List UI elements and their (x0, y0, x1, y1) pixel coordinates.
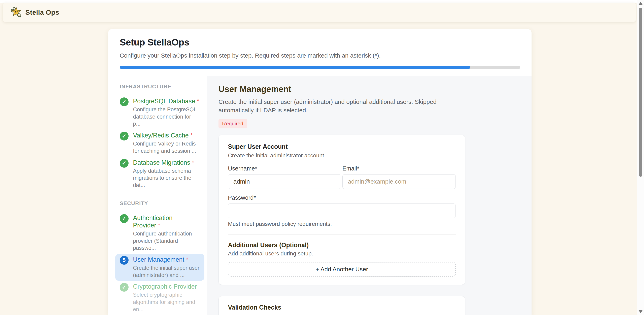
page-title: Setup StellaOps (120, 37, 520, 48)
super-user-card-subtitle: Create the initial administrator account… (228, 152, 456, 159)
add-another-user-button[interactable]: + Add Another User (228, 262, 456, 276)
additional-users-section: Additional Users (Optional) Add addition… (228, 241, 456, 276)
sidebar-item-authentication-provider[interactable]: ✓ Authentication Provider* Configure aut… (115, 212, 204, 254)
email-label: Email* (342, 165, 456, 172)
step-title: Authentication Provider (133, 214, 172, 229)
required-asterisk: * (192, 159, 194, 166)
required-badge: Required (218, 119, 247, 128)
step-number-badge: 5 (120, 256, 128, 265)
super-user-account-card: Super User Account Create the initial ad… (218, 135, 465, 285)
card-divider (228, 234, 456, 235)
step-heading: User Management (218, 84, 532, 94)
topbar: Stella Ops (3, 3, 636, 22)
step-done-check-icon: ✓ (120, 283, 128, 292)
additional-users-subtitle: Add additional users during setup. (228, 250, 456, 257)
sidebar-item-user-management[interactable]: 5 User Management* Create the initial su… (115, 254, 204, 281)
step-title: Database Migrations (133, 159, 190, 166)
sidebar-item-valkey-redis-cache[interactable]: ✓ Valkey/Redis Cache* Configure Valkey o… (115, 130, 204, 157)
page-top-strip (0, 0, 637, 3)
step-description: Configure Valkey or Redis for caching an… (133, 140, 200, 155)
required-asterisk: * (158, 222, 160, 229)
validation-checks-title: Validation Checks (228, 304, 456, 311)
sidebar-item-database-migrations[interactable]: ✓ Database Migrations* Apply database sc… (115, 157, 204, 191)
step-done-check-icon: ✓ (120, 97, 128, 106)
password-input[interactable] (228, 203, 456, 218)
sidebar-item-cryptographic-provider[interactable]: ✓ Cryptographic Provider Select cryptogr… (115, 281, 204, 315)
step-description: Create the initial super user (administr… (133, 264, 200, 279)
setup-wizard-card: Setup StellaOps Configure your StellaOps… (108, 29, 532, 315)
password-hint: Must meet password policy requirements. (228, 221, 456, 227)
additional-users-title: Additional Users (Optional) (228, 241, 456, 249)
password-field-group: Password* Must meet password policy requ… (228, 194, 456, 227)
required-asterisk: * (197, 98, 199, 105)
required-asterisk: * (190, 132, 193, 139)
step-title: Valkey/Redis Cache (133, 132, 189, 139)
username-input[interactable] (228, 174, 341, 189)
vertical-scrollbar[interactable] (637, 0, 644, 315)
password-label: Password* (228, 194, 456, 201)
validation-checks-card: Validation Checks - connectivity Check p… (218, 296, 465, 315)
brand-name: Stella Ops (25, 9, 59, 16)
username-email-row: Username* Email* (228, 165, 456, 189)
scrollbar-thumb[interactable] (639, 8, 642, 177)
wizard-body: INFRASTRUCTURE ✓ PostgreSQL Database* Co… (108, 76, 532, 315)
step-description: Select cryptographic algorithms for sign… (133, 291, 200, 313)
email-input[interactable] (342, 174, 456, 189)
stella-ops-logo-icon (10, 7, 22, 18)
step-done-check-icon: ✓ (120, 159, 128, 168)
email-field-group: Email* (342, 165, 456, 189)
wizard-header: Setup StellaOps Configure your StellaOps… (108, 29, 532, 76)
section-label-security: SECURITY (120, 200, 200, 206)
section-label-infrastructure: INFRASTRUCTURE (120, 84, 200, 90)
step-description: Configure authentication provider (Stand… (133, 230, 200, 252)
step-description: Configure the PostgreSQL database connec… (133, 106, 200, 128)
step-title: PostgreSQL Database (133, 98, 195, 105)
username-field-group: Username* (228, 165, 341, 189)
username-label: Username* (228, 165, 341, 172)
super-user-card-title: Super User Account (228, 143, 456, 150)
steps-sidebar: INFRASTRUCTURE ✓ PostgreSQL Database* Co… (108, 76, 207, 315)
step-done-check-icon: ✓ (120, 214, 128, 223)
sidebar-item-postgresql-database[interactable]: ✓ PostgreSQL Database* Configure the Pos… (115, 95, 204, 130)
step-done-check-icon: ✓ (120, 132, 128, 141)
step-title: User Management (133, 256, 184, 263)
step-description-text: Create the initial super user (administr… (218, 98, 462, 115)
scroll-down-arrow-icon[interactable] (638, 310, 643, 313)
step-content-panel: User Management Create the initial super… (207, 76, 532, 315)
required-asterisk: * (186, 256, 188, 263)
step-description: Apply database schema migrations to ensu… (133, 167, 200, 189)
page-subtitle: Configure your StellaOps installation st… (120, 52, 520, 59)
progress-bar (120, 66, 520, 69)
step-title: Cryptographic Provider (133, 283, 197, 290)
scroll-up-arrow-icon[interactable] (638, 2, 643, 5)
progress-fill (120, 66, 470, 69)
